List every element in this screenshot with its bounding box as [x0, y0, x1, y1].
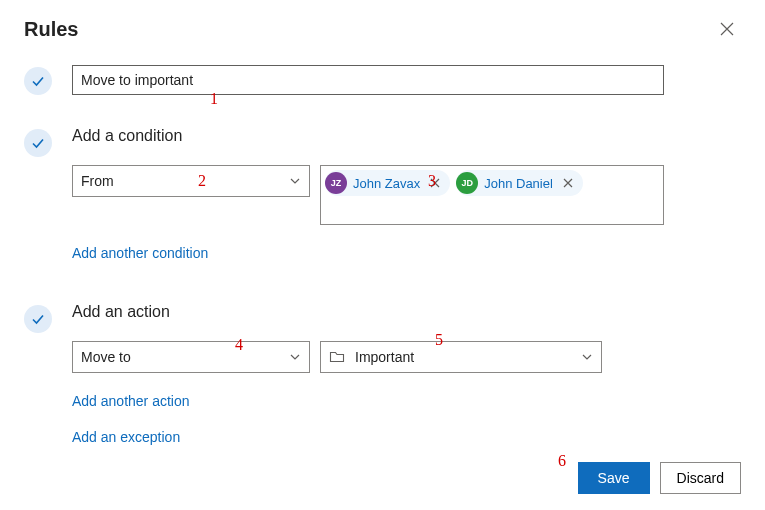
rules-panel: Rules Add a condition From — [0, 0, 765, 510]
avatar: JD — [456, 172, 478, 194]
chevron-down-icon — [289, 175, 301, 187]
person-name: John Zavax — [353, 176, 420, 191]
check-icon — [30, 135, 46, 151]
add-condition-link[interactable]: Add another condition — [72, 245, 208, 261]
discard-button[interactable]: Discard — [660, 462, 741, 494]
action-type-select[interactable]: Move to — [72, 341, 310, 373]
condition-type-value: From — [81, 173, 114, 189]
condition-people-input[interactable]: JZ John Zavax JD John Daniel — [320, 165, 664, 225]
folder-icon — [329, 349, 345, 365]
rule-name-input[interactable] — [72, 65, 664, 95]
condition-type-select[interactable]: From — [72, 165, 310, 197]
step-check-condition — [24, 129, 52, 157]
annotation-6: 6 — [558, 452, 566, 470]
footer-buttons: Save Discard — [578, 462, 741, 494]
step-check-action — [24, 305, 52, 333]
person-chip: JZ John Zavax — [325, 170, 450, 196]
step-check-name — [24, 67, 52, 95]
page-title: Rules — [24, 18, 741, 41]
person-chip: JD John Daniel — [456, 170, 583, 196]
remove-person-button[interactable] — [426, 174, 444, 192]
action-folder-value: Important — [355, 349, 414, 365]
check-icon — [30, 311, 46, 327]
close-button[interactable] — [719, 20, 737, 38]
condition-heading: Add a condition — [72, 127, 741, 145]
action-folder-select[interactable]: Important — [320, 341, 602, 373]
avatar: JZ — [325, 172, 347, 194]
rule-name-row — [24, 65, 741, 95]
add-exception-link[interactable]: Add an exception — [72, 429, 180, 445]
close-icon — [430, 178, 440, 188]
remove-person-button[interactable] — [559, 174, 577, 192]
check-icon — [30, 73, 46, 89]
add-action-link[interactable]: Add another action — [72, 393, 190, 409]
condition-row: Add a condition From JZ John Zavax — [24, 127, 741, 261]
close-icon — [719, 21, 735, 37]
action-type-value: Move to — [81, 349, 131, 365]
save-button[interactable]: Save — [578, 462, 650, 494]
chevron-down-icon — [581, 351, 593, 363]
chevron-down-icon — [289, 351, 301, 363]
person-name: John Daniel — [484, 176, 553, 191]
close-icon — [563, 178, 573, 188]
action-row: Add an action Move to Important — [24, 303, 741, 445]
action-heading: Add an action — [72, 303, 741, 321]
